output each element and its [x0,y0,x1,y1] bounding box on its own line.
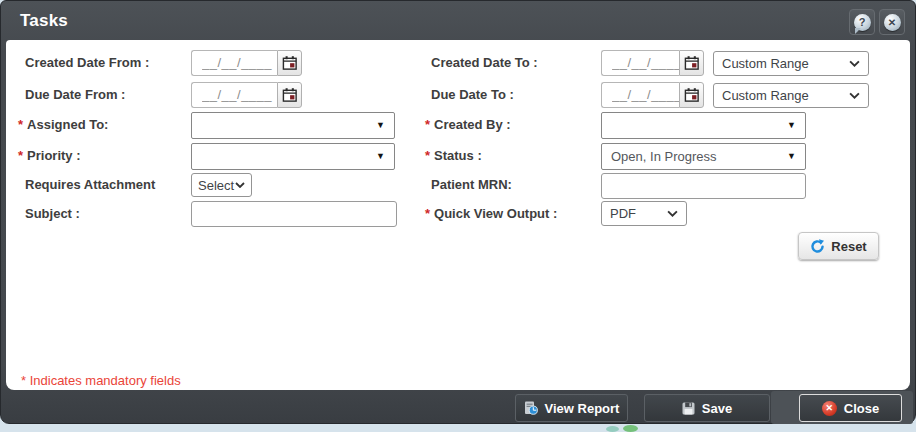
created-by-label: *Created By : [425,118,511,132]
status-label: *Status : [425,149,482,163]
due-date-from-calendar-button[interactable] [277,82,302,108]
help-button[interactable]: ? [849,9,875,35]
tasks-dialog: Tasks ? ✕ Created Date From : Due Date F… [0,0,916,424]
save-icon [682,402,695,415]
close-icon: ✕ [884,14,901,31]
reset-button[interactable]: Reset [798,232,879,260]
save-label: Save [702,401,732,416]
created-by-dropdown[interactable]: ▼ [601,112,806,139]
report-icon [524,401,538,415]
chevron-down-icon [235,182,245,188]
page-background-artifact [623,425,638,432]
created-date-to-calendar-button[interactable] [679,50,704,76]
assigned-to-dropdown[interactable]: ▼ [191,112,395,139]
quick-view-output-label: *Quick View Output : [425,207,557,221]
created-date-from-input[interactable] [191,50,277,76]
due-date-to-label: Due Date To : [425,88,514,102]
created-date-to-range-select[interactable]: Custom Range [713,51,869,76]
due-date-to-calendar-button[interactable] [679,82,704,108]
close-label: Close [844,401,879,416]
required-marker: * [425,148,430,163]
priority-label: *Priority : [18,149,81,163]
requires-attachment-select[interactable]: Select [191,173,252,197]
required-marker: * [425,117,430,132]
patient-mrn-label: Patient MRN: [425,178,512,192]
created-date-from-calendar-button[interactable] [277,50,302,76]
required-marker: * [18,148,23,163]
quick-view-output-select[interactable]: PDF [601,201,687,226]
close-button[interactable]: ✕ Close [799,394,902,422]
quick-view-output-value: PDF [610,206,636,221]
view-report-button[interactable]: View Report [515,394,628,422]
due-date-to-range-value: Custom Range [722,88,809,103]
refresh-icon [810,239,825,254]
requires-attachment-label: Requires Attachment [18,178,155,192]
page-title: Tasks [20,11,68,31]
created-date-to-label: Created Date To : [425,56,538,70]
reset-label: Reset [831,239,866,254]
chevron-down-icon: ▼ [376,152,385,161]
close-icon: ✕ [822,401,837,416]
view-report-label: View Report [545,401,620,416]
help-icon: ? [854,14,871,31]
page-background-artifact [606,426,619,432]
due-date-to-input[interactable] [601,82,679,108]
subject-input[interactable] [191,201,397,227]
created-date-from-label: Created Date From : [18,56,149,70]
mandatory-fields-note: * Indicates mandatory fields [21,373,181,388]
status-value: Open, In Progress [611,149,717,164]
due-date-to-field [601,82,704,108]
created-date-to-field [601,50,704,76]
patient-mrn-input[interactable] [601,173,806,199]
required-marker: * [425,206,430,221]
due-date-from-label: Due Date From : [18,88,125,102]
due-date-from-input[interactable] [191,82,277,108]
chevron-down-icon [849,60,860,67]
created-date-from-field [191,50,302,76]
due-date-from-field [191,82,302,108]
calendar-icon [282,55,298,71]
requires-attachment-value: Select [198,178,234,193]
assigned-to-label: *Assigned To: [18,118,108,132]
created-date-to-input[interactable] [601,50,679,76]
dialog-close-button[interactable]: ✕ [879,9,905,35]
priority-dropdown[interactable]: ▼ [191,143,395,170]
chevron-down-icon [849,92,860,99]
subject-label: Subject : [18,207,80,221]
chevron-down-icon: ▼ [787,121,796,130]
chevron-down-icon: ▼ [376,121,385,130]
calendar-icon [282,87,298,103]
status-dropdown[interactable]: Open, In Progress ▼ [601,143,806,170]
calendar-icon [684,87,700,103]
due-date-to-range-select[interactable]: Custom Range [713,83,869,108]
save-button[interactable]: Save [644,394,770,422]
calendar-icon [684,55,700,71]
chevron-down-icon [667,210,678,217]
created-date-to-range-value: Custom Range [722,56,809,71]
chevron-down-icon: ▼ [787,152,796,161]
required-marker: * [18,117,23,132]
